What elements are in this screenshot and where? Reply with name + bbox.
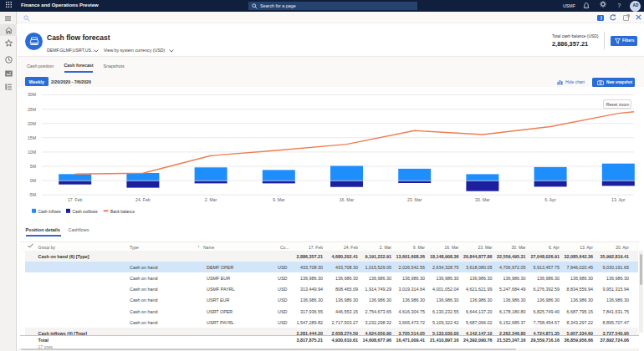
svg-text:25M: 25M	[28, 107, 36, 112]
svg-text:10M: 10M	[28, 150, 36, 155]
svg-text:20M: 20M	[28, 121, 36, 126]
svg-text:Bank balance: Bank balance	[110, 210, 135, 214]
svg-text:30. Mar: 30. Mar	[475, 197, 490, 202]
svg-text:15M: 15M	[28, 135, 36, 140]
svg-text:5M: 5M	[30, 164, 36, 169]
svg-text:Cash outflows: Cash outflows	[73, 210, 99, 214]
svg-text:30M: 30M	[28, 92, 36, 97]
svg-text:13. Apr: 13. Apr	[611, 197, 626, 202]
svg-text:Cash inflows: Cash inflows	[38, 210, 62, 214]
svg-text:-5M: -5M	[28, 192, 36, 197]
svg-text:2. Mar: 2. Mar	[205, 197, 217, 202]
svg-text:0M: 0M	[30, 178, 36, 183]
svg-text:17. Feb: 17. Feb	[68, 197, 83, 202]
svg-text:23. Mar: 23. Mar	[407, 197, 422, 202]
svg-text:6. Apr: 6. Apr	[544, 197, 556, 202]
svg-text:16. Mar: 16. Mar	[340, 197, 355, 202]
svg-text:24. Feb: 24. Feb	[135, 197, 151, 202]
svg-text:9. Mar: 9. Mar	[273, 197, 285, 202]
